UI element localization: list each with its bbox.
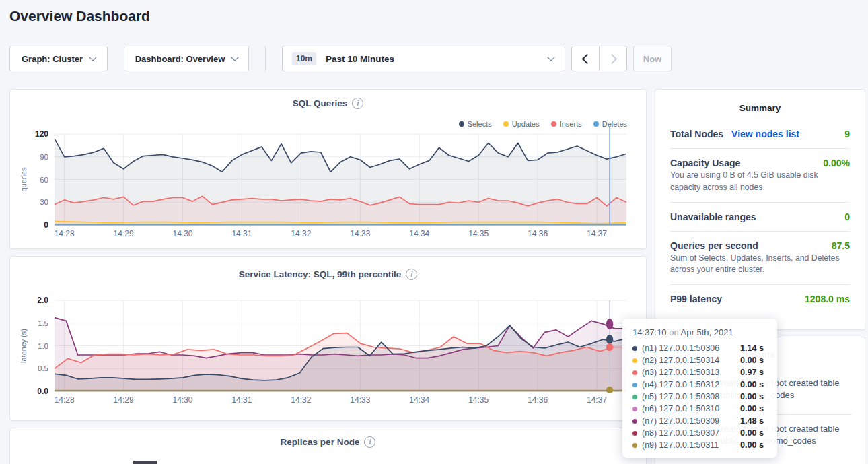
graph-scope-dropdown[interactable]: Graph: Cluster xyxy=(9,46,108,71)
svg-text:latency (s): latency (s) xyxy=(20,329,28,363)
sql-queries-card: 030609012014:2814:2914:3014:3114:3214:33… xyxy=(9,89,647,249)
total-nodes-label: Total Nodes xyxy=(670,129,723,139)
node-color-dot-icon xyxy=(632,431,637,436)
node-latency-value: 1.14 s xyxy=(740,343,764,353)
tooltip-node-row: (n2) 127.0.0.1:50314 0.00 s xyxy=(632,354,767,366)
controls-divider xyxy=(265,46,266,71)
dashboard-controls: Graph: Cluster Dashboard: Overview 10m P… xyxy=(9,46,859,71)
node-latency-value: 0.00 s xyxy=(740,440,764,450)
summary-panel: Summary Total Nodes View nodes list 9 Ca… xyxy=(655,89,865,330)
svg-text:14:37: 14:37 xyxy=(587,229,607,238)
view-nodes-list-link[interactable]: View nodes list xyxy=(731,129,799,139)
node-color-dot-icon xyxy=(632,443,637,448)
sql-queries-chart[interactable]: 030609012014:2814:2914:3014:3114:3214:33… xyxy=(10,90,646,248)
svg-text:14:32: 14:32 xyxy=(291,395,311,405)
svg-text:14:34: 14:34 xyxy=(409,229,429,238)
tooltip-node-row: (n5) 127.0.0.1:50308 0.00 s xyxy=(632,391,767,403)
svg-text:14:31: 14:31 xyxy=(231,395,252,405)
dashboard-dropdown[interactable]: Dashboard: Overview xyxy=(124,46,249,71)
tooltip-node-row: (n7) 127.0.0.1:50309 1.48 s xyxy=(632,415,767,427)
overview-dashboard-screen: Overview Dashboard Graph: Cluster Dashbo… xyxy=(0,0,868,464)
chevron-down-icon xyxy=(231,53,239,61)
info-icon[interactable]: i xyxy=(364,436,375,448)
tooltip-node-row: (n3) 127.0.0.1:50313 0.97 s xyxy=(632,366,767,378)
time-back-button[interactable] xyxy=(571,46,600,71)
svg-text:0: 0 xyxy=(44,220,48,230)
legend-dot-icon xyxy=(503,121,509,127)
p99-latency-value: 1208.0 ms xyxy=(805,294,850,304)
time-range-label: Past 10 Minutes xyxy=(326,54,394,64)
dashboard-label: Dashboard: Overview xyxy=(135,54,225,64)
svg-text:14:34: 14:34 xyxy=(409,395,429,405)
page-title: Overview Dashboard xyxy=(9,8,150,24)
tooltip-node-row: (n4) 127.0.0.1:50312 0.00 s xyxy=(632,378,767,391)
legend-item[interactable]: Selects xyxy=(459,120,492,128)
chart-hover-tooltip: 14:37:10 on Apr 5th, 2021 (n1) 127.0.0.1… xyxy=(622,319,777,458)
graph-scope-label: Graph: Cluster xyxy=(22,54,83,64)
now-button[interactable]: Now xyxy=(633,46,672,71)
node-address: (n8) 127.0.0.1:50307 xyxy=(642,428,740,438)
node-color-dot-icon xyxy=(632,395,637,399)
node-color-dot-icon xyxy=(632,419,637,424)
svg-text:120: 120 xyxy=(35,129,48,139)
svg-text:14:37: 14:37 xyxy=(587,395,607,405)
svg-text:0.0: 0.0 xyxy=(37,387,48,396)
chevron-left-icon xyxy=(581,53,592,64)
node-color-dot-icon xyxy=(632,383,637,387)
svg-text:14:30: 14:30 xyxy=(173,229,193,238)
svg-text:14:29: 14:29 xyxy=(114,395,134,405)
chart-title: Replicas per Node xyxy=(281,437,360,447)
node-address: (n4) 127.0.0.1:50312 xyxy=(642,380,740,389)
time-range-selector[interactable]: 10m Past 10 Minutes xyxy=(282,46,565,71)
node-color-dot-icon xyxy=(632,358,637,363)
time-range-badge: 10m xyxy=(292,52,316,65)
node-latency-value: 0.00 s xyxy=(740,356,764,365)
chevron-down-icon xyxy=(547,53,554,61)
node-address: (n6) 127.0.0.1:50310 xyxy=(642,404,740,413)
total-nodes-value: 9 xyxy=(844,129,850,139)
legend-item[interactable]: Inserts xyxy=(551,120,582,128)
svg-text:14:36: 14:36 xyxy=(528,229,548,238)
legend-item[interactable]: Updates xyxy=(503,120,540,128)
tooltip-rows: (n1) 127.0.0.1:50306 1.14 s (n2) 127.0.0… xyxy=(632,342,767,451)
tooltip-date: Apr 5th, 2021 xyxy=(681,327,733,337)
node-address: (n7) 127.0.0.1:50309 xyxy=(642,416,740,426)
svg-text:14:33: 14:33 xyxy=(350,395,370,405)
unavailable-ranges-value: 0 xyxy=(844,211,850,222)
svg-text:14:35: 14:35 xyxy=(468,395,489,405)
legend-item[interactable]: Deletes xyxy=(593,120,627,128)
chart-legend: Selects Updates Inserts Deletes xyxy=(459,120,627,128)
node-latency-value: 1.48 s xyxy=(740,416,764,426)
node-address: (n3) 127.0.0.1:50313 xyxy=(642,368,740,377)
node-color-dot-icon xyxy=(632,346,637,351)
time-forward-button[interactable] xyxy=(599,46,627,71)
svg-text:14:35: 14:35 xyxy=(468,229,489,238)
tooltip-on-word: on xyxy=(669,327,678,337)
summary-title: Summary xyxy=(670,90,850,120)
chevron-down-icon xyxy=(89,53,96,61)
tooltip-node-row: (n1) 127.0.0.1:50306 1.14 s xyxy=(632,342,767,354)
node-address: (n9) 127.0.0.1:50311 xyxy=(642,440,740,450)
queries-per-second-desc: Sum of Selects, Updates, Inserts, and De… xyxy=(670,253,850,277)
legend-dot-icon xyxy=(593,121,599,127)
svg-text:14:29: 14:29 xyxy=(114,229,134,238)
service-latency-chart[interactable]: 0.00.51.01.52.014:2814:2914:3014:3114:32… xyxy=(10,257,646,420)
svg-text:0.5: 0.5 xyxy=(38,364,48,372)
legend-dot-icon xyxy=(551,121,556,127)
node-latency-value: 0.97 s xyxy=(740,368,764,377)
tooltip-node-row: (n9) 127.0.0.1:50311 0.00 s xyxy=(632,439,767,451)
svg-text:14:36: 14:36 xyxy=(528,395,548,405)
node-color-dot-icon xyxy=(632,370,637,375)
unavailable-ranges-label: Unavailable ranges xyxy=(670,211,756,222)
svg-text:14:32: 14:32 xyxy=(291,229,311,238)
capacity-usage-desc: You are using 0 B of 4.5 GiB usable disk… xyxy=(670,170,850,194)
svg-text:14:28: 14:28 xyxy=(55,229,75,238)
tooltip-time: 14:37:10 xyxy=(632,327,667,337)
queries-per-second-label: Queries per second xyxy=(670,240,758,251)
svg-text:queries: queries xyxy=(20,167,28,192)
svg-text:14:30: 14:30 xyxy=(173,395,193,405)
svg-text:1.5: 1.5 xyxy=(38,319,48,327)
svg-text:14:33: 14:33 xyxy=(350,229,370,238)
node-address: (n5) 127.0.0.1:50308 xyxy=(642,392,740,401)
svg-text:1.0: 1.0 xyxy=(38,342,48,350)
